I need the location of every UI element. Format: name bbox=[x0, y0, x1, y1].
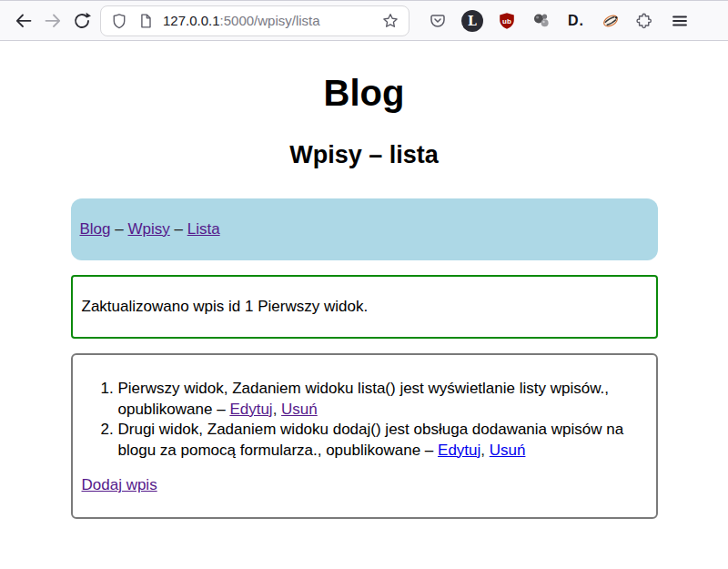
privacy-badger-button[interactable] bbox=[597, 7, 624, 35]
privacy-badger-icon bbox=[601, 11, 621, 31]
url-path: :5000/wpisy/lista bbox=[220, 13, 320, 28]
ublock-origin-button[interactable]: ub bbox=[493, 7, 521, 35]
entry-text: Pierwszy widok, Zadaniem widoku lista() … bbox=[118, 380, 609, 418]
flash-message: Zaktualizowano wpis id 1 Pierwszy widok. bbox=[71, 275, 658, 339]
pocket-button[interactable] bbox=[424, 7, 451, 35]
add-entry-link[interactable]: Dodaj wpis bbox=[82, 476, 157, 493]
extension-buttons: L ub D. bbox=[424, 7, 693, 35]
l-extension-badge: L bbox=[468, 14, 477, 28]
flash-message-text: Zaktualizowano wpis id 1 Pierwszy widok. bbox=[82, 298, 369, 315]
breadcrumb-link-wpisy[interactable]: Wpisy bbox=[127, 220, 169, 238]
page-title: Blog bbox=[0, 73, 728, 114]
forward-button[interactable] bbox=[38, 6, 67, 36]
breadcrumb-link-blog[interactable]: Blog bbox=[80, 220, 111, 238]
entries-panel: Pierwszy widok, Zadaniem widoku lista() … bbox=[71, 353, 658, 519]
pocket-icon bbox=[428, 11, 448, 31]
ublock-origin-icon: ub bbox=[497, 11, 517, 31]
entry-item: Drugi widok, Zadaniem widoku dodaj() jes… bbox=[118, 420, 647, 461]
forward-icon bbox=[43, 11, 63, 31]
back-button[interactable] bbox=[9, 6, 38, 36]
reload-icon bbox=[72, 11, 92, 31]
entry-link-separator: , bbox=[480, 442, 489, 459]
entries-list: Pierwszy widok, Zadaniem widoku lista() … bbox=[82, 379, 647, 461]
breadcrumb-separator: – bbox=[115, 220, 123, 238]
back-icon bbox=[14, 11, 34, 31]
entry-text: Drugi widok, Zadaniem widoku dodaj() jes… bbox=[118, 421, 624, 459]
spheres-extension-button[interactable] bbox=[528, 7, 555, 35]
entry-item: Pierwszy widok, Zadaniem widoku lista() … bbox=[118, 379, 647, 420]
breadcrumb-separator: – bbox=[174, 220, 182, 238]
browser-window: 127.0.0.1:5000/wpisy/lista L bbox=[0, 0, 728, 569]
url-host: 127.0.0.1 bbox=[163, 13, 220, 28]
url-bar[interactable]: 127.0.0.1:5000/wpisy/lista bbox=[100, 5, 410, 36]
bookmark-button[interactable] bbox=[381, 12, 399, 30]
url-text[interactable]: 127.0.0.1:5000/wpisy/lista bbox=[163, 13, 373, 28]
entry-link-separator: , bbox=[273, 401, 281, 418]
d-extension-icon: D. bbox=[568, 13, 584, 29]
ublock-badge: ub bbox=[502, 16, 511, 25]
menu-button[interactable] bbox=[666, 7, 693, 35]
shield-icon[interactable] bbox=[110, 12, 128, 30]
entry-edit-link[interactable]: Edytuj bbox=[229, 401, 272, 418]
add-entry-row: Dodaj wpis bbox=[82, 475, 647, 495]
d-extension-button[interactable]: D. bbox=[562, 7, 590, 35]
spheres-extension-icon bbox=[531, 11, 551, 31]
page-content: Blog Wpisy – lista Blog – Wpisy – Lista … bbox=[0, 41, 728, 519]
entry-edit-link[interactable]: Edytuj bbox=[438, 442, 480, 459]
puzzle-extensions-icon bbox=[635, 11, 655, 31]
browser-toolbar: 127.0.0.1:5000/wpisy/lista L bbox=[0, 0, 728, 41]
l-extension-button[interactable]: L bbox=[459, 7, 486, 35]
page-info-icon[interactable] bbox=[136, 12, 155, 30]
reload-button[interactable] bbox=[67, 6, 96, 36]
bookmark-star-icon bbox=[381, 12, 399, 30]
entry-delete-link[interactable]: Usuń bbox=[281, 401, 318, 418]
extensions-button[interactable] bbox=[632, 7, 659, 35]
l-extension-icon: L bbox=[461, 10, 483, 32]
breadcrumb-link-lista[interactable]: Lista bbox=[187, 220, 220, 238]
page-subtitle: Wpisy – lista bbox=[0, 141, 728, 169]
breadcrumb: Blog – Wpisy – Lista bbox=[71, 198, 658, 260]
hamburger-menu-icon bbox=[670, 11, 690, 31]
entry-delete-link[interactable]: Usuń bbox=[490, 442, 526, 459]
